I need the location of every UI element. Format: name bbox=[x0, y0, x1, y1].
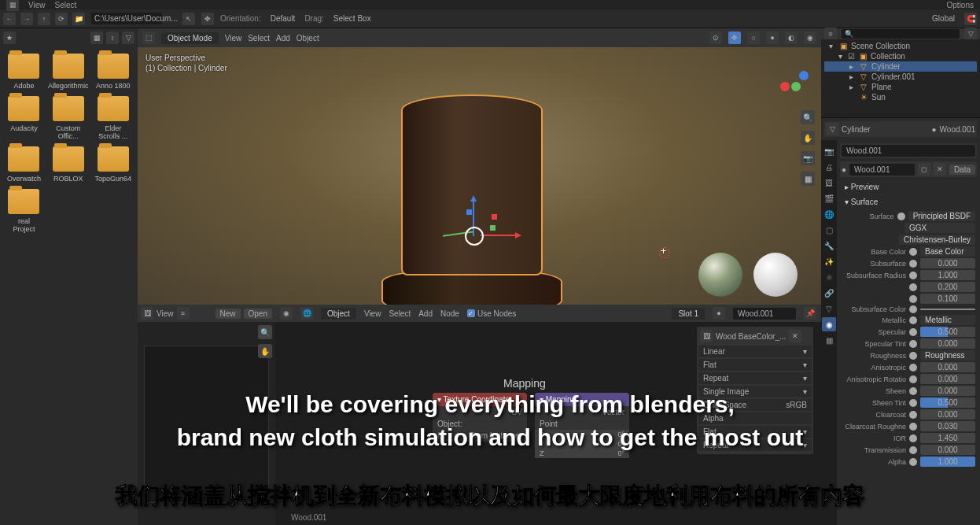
tab-constraints[interactable]: 🔗 bbox=[822, 286, 836, 300]
prop-value[interactable]: 0.000 bbox=[920, 362, 975, 372]
socket-dot-icon[interactable] bbox=[909, 340, 917, 348]
prop-value[interactable]: 0.000 bbox=[920, 409, 975, 420]
display-mode-icon[interactable]: ▦ bbox=[90, 31, 103, 44]
outliner-search[interactable]: 🔍 bbox=[842, 29, 960, 39]
folder-item[interactable]: Overwatch bbox=[6, 146, 42, 183]
node-menu-node[interactable]: Node bbox=[440, 309, 459, 318]
forward-icon[interactable]: → bbox=[20, 13, 33, 25]
node-param-x[interactable]: X0° bbox=[535, 430, 629, 439]
camera-icon[interactable]: 📷 bbox=[801, 151, 815, 165]
socket-dot-icon[interactable] bbox=[909, 364, 917, 372]
folder-item[interactable]: Adobe bbox=[6, 54, 42, 90]
tab-viewlayer[interactable]: 🖼 bbox=[822, 176, 836, 190]
prop-value[interactable]: Base Color bbox=[920, 246, 975, 257]
tab-object[interactable]: ▢ bbox=[822, 223, 836, 237]
node-type-point[interactable]: Point bbox=[535, 418, 629, 430]
socket-dot-icon[interactable] bbox=[909, 272, 917, 279]
node-object-mode[interactable]: Object bbox=[321, 308, 356, 320]
image-name[interactable]: Wood BaseColor_... bbox=[716, 332, 786, 341]
tree-item-plane[interactable]: ▸▽Plane bbox=[824, 82, 977, 92]
outliner-icon[interactable]: ≡ bbox=[824, 28, 837, 40]
gizmo-toggle-icon[interactable]: ✥ bbox=[728, 31, 741, 44]
persp-icon[interactable]: ▦ bbox=[801, 172, 815, 186]
prop-value[interactable]: 0.100 bbox=[920, 294, 975, 304]
tab-world[interactable]: 🌐 bbox=[822, 207, 836, 221]
gizmo-ring[interactable] bbox=[465, 227, 484, 246]
sphere-icon[interactable]: ● bbox=[713, 307, 725, 320]
pan-icon[interactable]: ✋ bbox=[801, 131, 815, 145]
gizmo-z-plane[interactable] bbox=[466, 209, 472, 215]
proj-dropdown[interactable]: Flat▾ bbox=[698, 359, 812, 371]
vp-menu-view[interactable]: View bbox=[225, 34, 242, 43]
use-nodes-checkbox[interactable]: ✓Use Nodes bbox=[467, 309, 516, 318]
uv-zoom-icon[interactable]: 🔍 bbox=[258, 325, 272, 339]
ext-dropdown[interactable]: Repeat▾ bbox=[698, 372, 812, 384]
uv-grid[interactable] bbox=[144, 346, 269, 503]
socket-dot-icon[interactable] bbox=[909, 423, 917, 431]
tab-material[interactable]: ◉ bbox=[822, 317, 836, 331]
prop-value[interactable]: 0.000 bbox=[920, 338, 975, 349]
tab-modifiers[interactable]: 🔧 bbox=[822, 238, 836, 253]
texture-coordinate-node[interactable]: ▾ Texture Coordinate UV Object: ☐ From I… bbox=[433, 393, 527, 442]
tab-scene[interactable]: 🎬 bbox=[822, 191, 836, 205]
prop-value[interactable]: 0.500 bbox=[920, 397, 975, 408]
editor-type-icon[interactable]: ⬚ bbox=[142, 31, 155, 44]
tree-item-sun[interactable]: ☀Sun bbox=[824, 92, 977, 102]
uv-new-button[interactable]: New bbox=[216, 309, 241, 319]
uv-editor-icon[interactable]: 🖼 bbox=[141, 307, 153, 320]
node-input-object[interactable]: Object: bbox=[433, 418, 527, 430]
bookmark-icon[interactable]: ★ bbox=[3, 31, 16, 44]
drag-dropdown[interactable]: Select Box bbox=[330, 13, 374, 24]
new-folder-icon[interactable]: 📁 bbox=[72, 13, 85, 25]
tab-texture[interactable]: ▦ bbox=[822, 333, 836, 347]
node-editor-icon[interactable]: ◉ bbox=[280, 307, 293, 320]
filter-icon[interactable]: ▽ bbox=[122, 31, 134, 44]
prop-value[interactable]: 0.200 bbox=[920, 282, 975, 292]
tab-physics[interactable]: ⚛ bbox=[822, 270, 836, 284]
mapping-node[interactable]: ▾ Mapping Vector Point X0° Y0° Z0° bbox=[535, 393, 629, 458]
nav-y-icon[interactable] bbox=[791, 82, 801, 91]
prop-value[interactable]: 0.000 bbox=[920, 386, 975, 396]
nav-z-icon[interactable] bbox=[799, 71, 809, 80]
cursor-tool-icon[interactable]: ↖ bbox=[182, 13, 195, 25]
socket-dot-icon[interactable] bbox=[909, 411, 917, 419]
tab-particles[interactable]: ✨ bbox=[822, 254, 836, 268]
socket-dot-icon[interactable] bbox=[909, 375, 917, 383]
shading-solid-icon[interactable]: ● bbox=[766, 31, 779, 44]
uv-open-button[interactable]: Open bbox=[244, 309, 272, 319]
gizmo-x-plane[interactable] bbox=[492, 214, 497, 220]
image-icon[interactable]: 🖼 bbox=[700, 330, 713, 342]
menu-options[interactable]: Options bbox=[947, 1, 974, 9]
folder-item[interactable]: Audacity bbox=[6, 96, 42, 140]
ext2-dropdown[interactable]: Repeat▾ bbox=[698, 439, 812, 451]
slot-dropdown[interactable]: Slot 1 bbox=[672, 308, 705, 320]
sort-icon[interactable]: ↕ bbox=[106, 31, 119, 44]
vp-menu-object[interactable]: Object bbox=[297, 34, 319, 43]
shading-wire-icon[interactable]: ○ bbox=[747, 31, 760, 44]
prop-value[interactable]: Metallic bbox=[920, 315, 975, 325]
folder-item[interactable]: Allegorithmic bbox=[48, 54, 89, 90]
nav-x-icon[interactable] bbox=[780, 82, 790, 91]
refresh-icon[interactable]: ⟳ bbox=[55, 13, 68, 25]
source-dropdown[interactable]: Single Image▾ bbox=[698, 386, 812, 397]
material-name-field[interactable]: Wood.001 bbox=[733, 308, 796, 320]
tree-collection[interactable]: ▾☑▣Collection bbox=[824, 51, 977, 61]
uv-menu-icon[interactable]: ≡ bbox=[177, 307, 190, 320]
preview-section[interactable]: ▸ Preview bbox=[840, 180, 977, 194]
snap-icon[interactable]: 🧲 bbox=[964, 13, 977, 25]
vp-menu-select[interactable]: Select bbox=[248, 34, 270, 43]
gizmo-y-plane[interactable] bbox=[490, 225, 496, 231]
transform-gizmo[interactable] bbox=[459, 205, 506, 252]
node-param-z[interactable]: Z0° bbox=[535, 449, 629, 458]
surface-shader[interactable]: Principled BSDF bbox=[908, 211, 975, 221]
tree-item-cylinder[interactable]: ▸▽Cylinder bbox=[824, 61, 977, 72]
node-param-y[interactable]: Y0° bbox=[535, 439, 629, 449]
node-menu-view[interactable]: View bbox=[364, 309, 381, 318]
world-icon[interactable]: 🌐 bbox=[300, 307, 313, 320]
socket-dot-icon[interactable] bbox=[909, 434, 917, 442]
tab-render[interactable]: 📷 bbox=[822, 144, 836, 158]
prop-value[interactable]: 1.000 bbox=[920, 457, 975, 467]
overlay-icon[interactable]: ⊙ bbox=[709, 31, 722, 44]
material-name-field[interactable]: Wood.001 bbox=[849, 164, 915, 176]
menu-select[interactable]: Select bbox=[55, 1, 77, 9]
